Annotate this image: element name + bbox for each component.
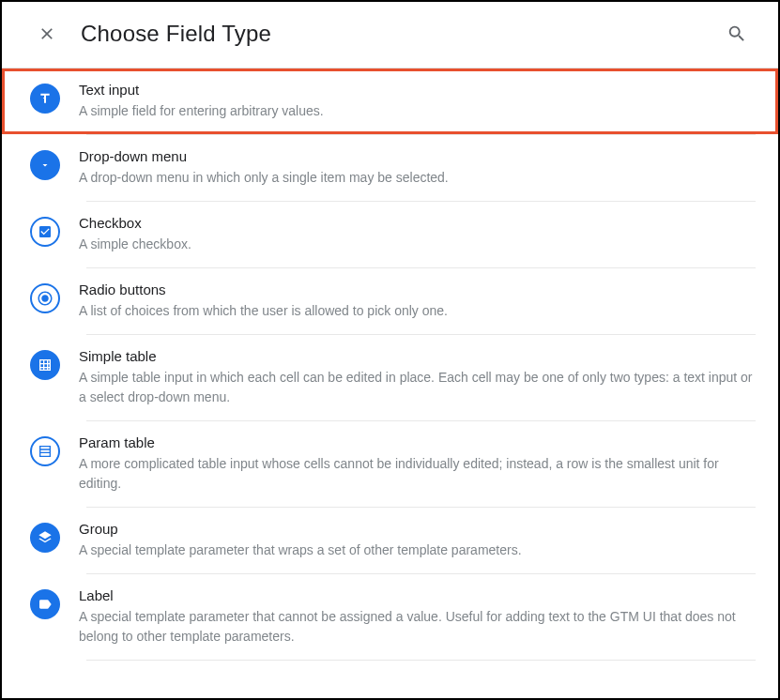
item-title: Radio buttons [79,282,756,297]
param-table-icon [30,436,60,466]
group-icon [30,523,60,553]
item-title: Checkbox [79,215,756,231]
item-content: Radio buttons A list of choices from whi… [79,282,756,321]
item-title: Simple table [79,348,756,364]
item-title: Label [79,587,756,603]
item-content: Group A special template parameter that … [79,521,756,560]
field-type-list: Text input A simple field for entering a… [2,68,778,661]
item-title: Group [79,521,756,537]
item-title: Drop-down menu [79,148,756,164]
item-description: A special template parameter that cannot… [79,607,756,647]
item-description: A list of choices from which the user is… [79,301,756,321]
dropdown-icon [30,150,60,180]
checkbox-icon [30,217,60,247]
item-content: Checkbox A simple checkbox. [79,215,756,254]
item-description: A simple field for entering arbitrary va… [79,101,756,121]
field-type-param-table[interactable]: Param table A more complicated table inp… [2,421,778,507]
text-input-icon [30,84,60,114]
item-content: Label A special template parameter that … [79,587,756,647]
dialog-title: Choose Field Type [81,21,703,47]
dialog-header: Choose Field Type [2,2,778,68]
field-type-group[interactable]: Group A special template parameter that … [2,508,778,573]
simple-table-icon [30,350,60,380]
radio-icon [30,283,60,313]
field-type-text-input[interactable]: Text input A simple field for entering a… [2,68,778,134]
item-content: Param table A more complicated table inp… [79,434,756,494]
label-icon [30,589,60,619]
field-type-label[interactable]: Label A special template parameter that … [2,574,778,660]
search-button[interactable] [726,23,748,45]
item-description: A simple table input in which each cell … [79,368,756,407]
search-icon [726,23,747,44]
field-type-checkbox[interactable]: Checkbox A simple checkbox. [2,202,778,267]
close-button[interactable] [36,23,58,45]
item-divider [86,660,756,661]
item-title: Param table [79,434,756,450]
field-type-simple-table[interactable]: Simple table A simple table input in whi… [2,335,778,420]
item-content: Simple table A simple table input in whi… [79,348,756,407]
field-type-radio[interactable]: Radio buttons A list of choices from whi… [2,268,778,334]
item-description: A special template parameter that wraps … [79,540,756,560]
item-title: Text input [79,82,756,98]
item-content: Drop-down menu A drop-down menu in which… [79,148,756,188]
field-type-dropdown[interactable]: Drop-down menu A drop-down menu in which… [2,135,778,201]
close-icon [38,24,56,43]
item-description: A simple checkbox. [79,235,756,254]
item-description: A drop-down menu in which only a single … [79,168,756,188]
item-content: Text input A simple field for entering a… [79,82,756,121]
item-description: A more complicated table input whose cel… [79,454,756,494]
